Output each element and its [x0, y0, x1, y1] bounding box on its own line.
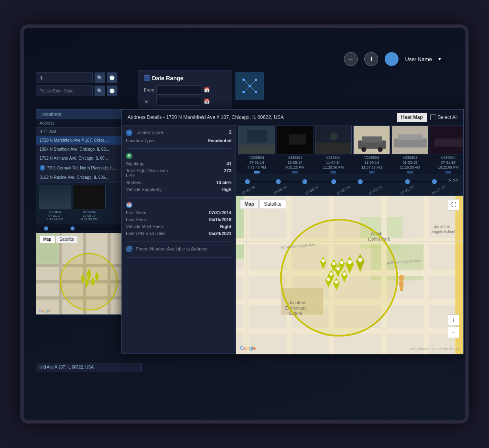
svg-line-5	[244, 80, 250, 86]
thumbnail-item[interactable]: V23980407-31-144:42:48 PM	[238, 126, 275, 173]
thumb-label: V23980401-02-1511:26:30 AM	[400, 156, 421, 170]
svg-point-79	[343, 272, 346, 276]
select-all-checkbox[interactable]	[430, 114, 436, 120]
vehicle-most-value: Night	[179, 224, 232, 229]
address-title: Address Details - 1720 N Marshfield Ave …	[128, 114, 284, 120]
date-range-title-text: Date Range	[152, 75, 183, 81]
state-search-input[interactable]	[36, 72, 93, 83]
svg-point-17	[61, 253, 117, 310]
svg-point-69	[322, 259, 325, 263]
svg-point-36	[378, 147, 383, 152]
header-right-controls: Heat Map Select All	[397, 113, 458, 122]
thumb-label: V23980411-30-1411:57:56 AM	[361, 156, 382, 170]
zoom-in-button[interactable]: +	[448, 314, 459, 326]
thumb-indicator	[254, 171, 260, 173]
svg-line-6	[250, 80, 256, 86]
timeline-date: 11-04-14	[304, 185, 319, 196]
pct-seen-label: % Seen:	[126, 180, 179, 185]
state-search-input-2[interactable]	[36, 86, 93, 96]
calendar-icon: 📅	[126, 202, 132, 208]
sightings-section: 👁 Sightings: 41 Total Sight Visits with …	[126, 153, 231, 198]
network-icon-box	[236, 72, 264, 100]
first-seen-label: First Seen:	[126, 210, 179, 215]
avatar	[385, 52, 399, 66]
svg-text:Angels School: Angels School	[432, 230, 455, 234]
timeline-container: > >> 07-31-14 10-08-14 11-04-14 11-30-14…	[236, 174, 463, 196]
phone-icon: 📞	[126, 246, 132, 252]
sightings-value: 41	[179, 161, 232, 166]
svg-line-7	[244, 86, 250, 92]
thumbnail-item[interactable]: V23980411-04-1411:29:36 PM	[315, 126, 352, 173]
network-icon	[240, 76, 260, 96]
svg-rect-30	[315, 143, 352, 154]
location-type-value: Residential	[179, 138, 232, 143]
timeline-date: 07-31-14	[241, 185, 256, 196]
address-bar: ield Ave # 107, IL 60622, USA	[36, 363, 142, 371]
svg-point-87	[358, 258, 362, 262]
timeline-date: 07-27-15	[432, 185, 446, 196]
history-button-2[interactable]: 🕐	[107, 86, 117, 96]
total-sight-label: Total Sight Visits with LPR:	[126, 168, 179, 178]
map-tab-map[interactable]: Map	[240, 199, 259, 209]
svg-rect-26	[247, 130, 267, 143]
content-column: V23980407-31-144:42:48 PM V23980410-08-1…	[236, 125, 463, 354]
timeline-date: 10-08-14	[273, 185, 287, 196]
fullscreen-button[interactable]: ⛶	[448, 199, 459, 211]
last-seen-value: 05/15/2019	[179, 217, 232, 222]
thumb-indicator	[292, 171, 298, 173]
thumbnail-item[interactable]: V23980407-21-1510:22:09 PM	[430, 126, 463, 173]
from-calendar-icon[interactable]: 📅	[204, 87, 210, 93]
thumbnail-item[interactable]: V23980410-08-149:01:25 PM	[277, 126, 313, 173]
thumb-indicator	[369, 171, 374, 173]
to-date-input[interactable]	[156, 97, 201, 106]
timeline-last[interactable]: >>	[453, 178, 458, 183]
sightings-icon: 👁	[126, 153, 132, 159]
map-background: Jonathan Elementary School Walsh (John) …	[236, 196, 463, 354]
timeline-next[interactable]: >	[448, 178, 451, 183]
address-panel: Address Details - 1720 N Marshfield Ave …	[121, 109, 464, 354]
monitor-screen: ← ℹ User Name ▾ 🔍 🕐 🔍 🕐 Date Range	[24, 28, 465, 420]
thumb-indicator	[407, 171, 413, 173]
thumb-label: V23980407-21-1510:22:09 PM	[438, 156, 458, 170]
from-label: From:	[144, 88, 154, 92]
map-tab-satellite[interactable]: Satellite	[260, 199, 286, 209]
select-all-area: Select All	[430, 114, 458, 120]
last-lpr-label: Last LPR Visit Date:	[126, 231, 179, 236]
info-column: i Locator Score: 2 Location Type: Reside…	[122, 125, 236, 354]
phone-label: Phone Number Available at Address:	[136, 246, 209, 251]
map-area: Jonathan Elementary School Walsh (John) …	[236, 196, 463, 354]
thumb-indicator	[445, 171, 451, 173]
zoom-controls: + −	[448, 314, 459, 338]
google-logo: Google	[240, 345, 256, 351]
map-tabs: Map Satellite	[240, 199, 286, 209]
svg-point-75	[337, 267, 340, 270]
thumbnails-row: V23980407-31-144:42:48 PM V23980410-08-1…	[236, 125, 463, 174]
search-button-2[interactable]: 🔍	[95, 86, 105, 96]
svg-point-31	[330, 132, 338, 141]
search-button-1[interactable]: 🔍	[95, 72, 105, 83]
last-seen-label: Last Seen:	[126, 217, 179, 222]
date-range-checkbox[interactable]	[144, 75, 150, 81]
vehicle-pop-label: Vehicle Popularity:	[126, 187, 179, 192]
heat-map-button[interactable]: Heat Map	[397, 113, 427, 122]
dropdown-arrow[interactable]: ▾	[438, 56, 441, 62]
dates-section: 📅 First Seen: 07/31/2014 Last Seen: 05/1…	[126, 202, 231, 242]
phone-section: 📞 Phone Number Available at Address:	[126, 246, 231, 258]
history-button-1[interactable]: 🕐	[107, 72, 117, 83]
thumbnail-item[interactable]: V23980401-02-1511:26:30 AM	[392, 126, 428, 173]
locator-score-label: i Locator Score:	[126, 130, 179, 136]
from-date-input[interactable]	[156, 86, 201, 94]
svg-rect-28	[289, 134, 306, 145]
thumb-label: V23980410-08-149:01:25 PM	[286, 156, 304, 170]
back-button[interactable]: ←	[344, 52, 358, 66]
svg-point-83	[327, 278, 330, 281]
info-badge: i	[40, 165, 45, 171]
to-calendar-icon[interactable]: 📅	[204, 99, 210, 104]
svg-rect-89	[399, 280, 403, 287]
info-button[interactable]: ℹ	[364, 52, 378, 66]
svg-point-35	[361, 147, 366, 152]
svg-rect-34	[362, 136, 382, 143]
thumbnail-item[interactable]: V23980411-30-1411:57:56 AM	[353, 126, 390, 173]
sightings-label: Sightings:	[126, 161, 179, 166]
zoom-out-button[interactable]: −	[448, 327, 459, 338]
